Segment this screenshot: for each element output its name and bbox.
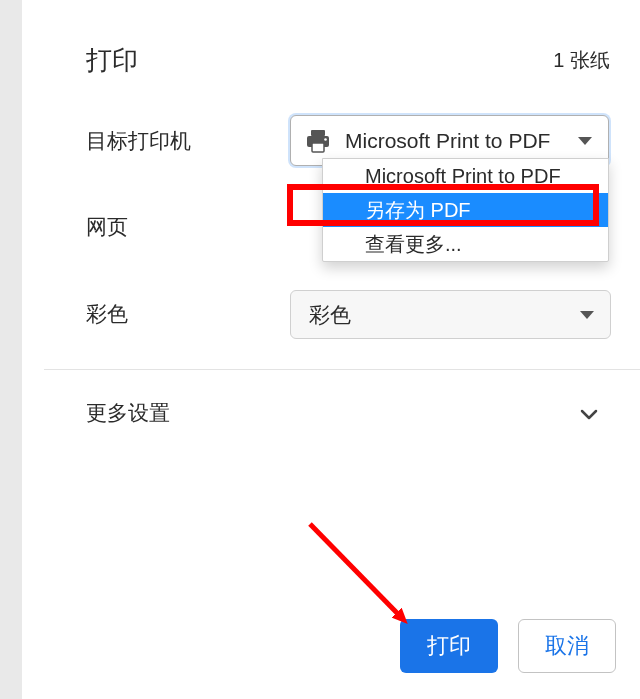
dialog-title: 打印	[86, 45, 138, 75]
section-divider	[44, 369, 640, 370]
destination-option-see-more[interactable]: 查看更多...	[323, 227, 608, 261]
svg-rect-2	[312, 143, 324, 152]
cancel-button[interactable]: 取消	[518, 619, 616, 673]
svg-point-3	[324, 138, 327, 141]
chevron-down-icon	[578, 404, 600, 426]
destination-selected-text: Microsoft Print to PDF	[345, 129, 550, 153]
print-button[interactable]: 打印	[400, 619, 498, 673]
page-count: 1 张纸	[553, 45, 610, 75]
more-settings-row[interactable]: 更多设置	[86, 398, 610, 428]
destination-option-save-as-pdf[interactable]: 另存为 PDF	[323, 193, 608, 227]
color-label: 彩色	[86, 302, 128, 326]
more-settings-label: 更多设置	[86, 401, 170, 424]
caret-down-icon	[578, 137, 592, 145]
caret-down-icon	[580, 311, 594, 319]
color-select[interactable]: 彩色	[290, 290, 611, 339]
color-selected-text: 彩色	[309, 301, 351, 329]
destination-label: 目标打印机	[86, 129, 191, 153]
destination-dropdown[interactable]: Microsoft Print to PDF 另存为 PDF 查看更多...	[322, 158, 609, 262]
destination-option-ms-print[interactable]: Microsoft Print to PDF	[323, 159, 608, 193]
print-dialog-panel: 打印 1 张纸 目标打印机 Microsoft Print to PDF Mic…	[22, 0, 640, 699]
pages-label: 网页	[86, 215, 128, 239]
printer-icon	[305, 129, 331, 153]
svg-rect-1	[311, 130, 325, 136]
